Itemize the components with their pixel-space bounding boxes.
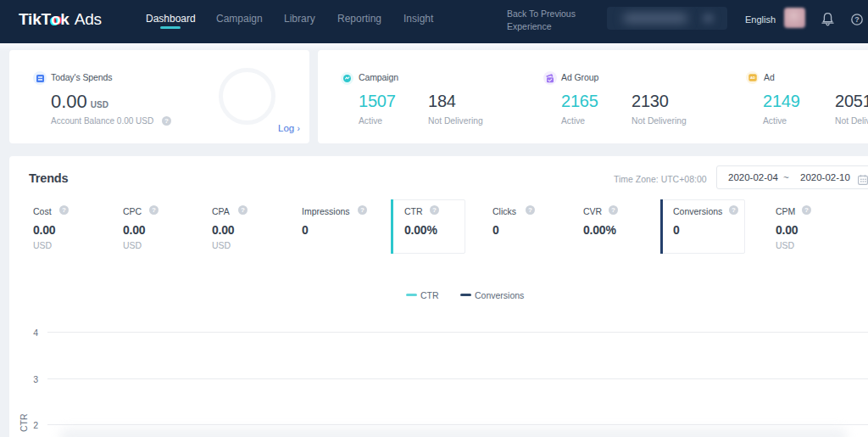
svg-text:?: ? xyxy=(854,15,860,24)
svg-text:AD: AD xyxy=(749,76,754,80)
